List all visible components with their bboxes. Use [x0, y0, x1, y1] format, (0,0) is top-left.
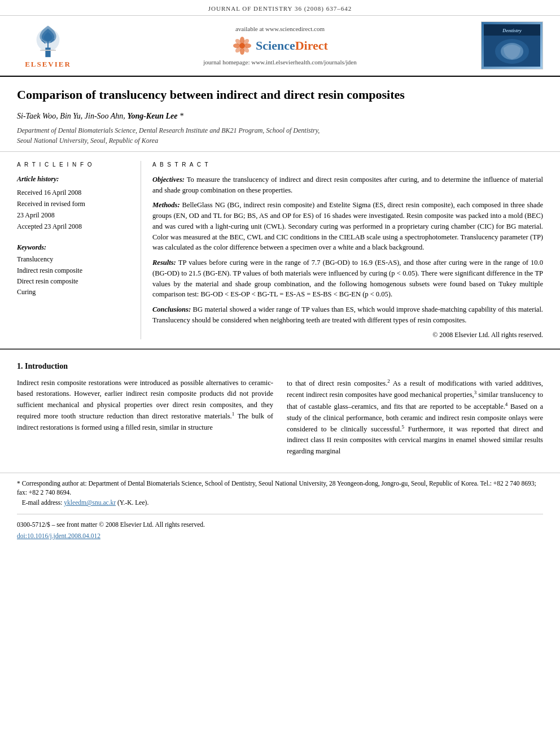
- results-text: TP values before curing were in the rang…: [152, 259, 543, 298]
- abstract-section: A B S T R A C T Objectives: To measure t…: [152, 161, 543, 340]
- article-history-label: Article history:: [17, 174, 132, 184]
- doi-note: doi:10.1016/j.jdent.2008.04.012: [17, 531, 543, 540]
- journal-header: JOURNAL OF DENTISTRY 36 (2008) 637–642: [0, 0, 560, 16]
- email-note: E-mail address: ykleedm@snu.ac.kr (Y.-K.…: [17, 498, 543, 508]
- keyword-1: Translucency: [17, 254, 132, 265]
- doi-text: doi:10.1016/j.jdent.2008.04.012: [17, 532, 100, 539]
- elsevier-label: ELSEVIER: [25, 59, 71, 69]
- sciencedirect-icon: [232, 36, 252, 56]
- keyword-4: Curing: [17, 287, 132, 298]
- abstract-conclusions: Conclusions: BG material showed a wider …: [152, 304, 543, 326]
- logo-row: ELSEVIER available at www.sciencedirect.…: [0, 16, 560, 76]
- received-revised-label: Received in revised form: [17, 199, 132, 209]
- authors: Si-Taek Woo, Bin Yu, Jin-Soo Ahn, Yong-K…: [17, 111, 543, 122]
- email-address: ykleedm@snu.ac.kr: [64, 499, 116, 506]
- article-info-abstract-section: A R T I C L E I N F O Article history: R…: [0, 152, 560, 350]
- sciencedirect-center: available at www.sciencedirect.com Scien…: [79, 25, 481, 67]
- keywords-label: Keywords:: [17, 243, 132, 252]
- abstract-results: Results: TP values before curing were in…: [152, 257, 543, 300]
- issn-note: 0300-5712/$ – see front matter © 2008 El…: [17, 520, 543, 530]
- section1-number: 1.: [17, 362, 23, 370]
- objectives-text: To measure the translucency of indirect …: [152, 176, 543, 194]
- body-right: to that of direct resin composites.2 As …: [287, 378, 543, 461]
- received-revised-date: 23 April 2008: [17, 210, 132, 220]
- journal-homepage: journal homepage: www.intl.elsevierhealt…: [203, 58, 356, 67]
- corresponding-author-note: * Corresponding author at: Department of…: [17, 479, 543, 497]
- accepted-date: Accepted 23 April 2008: [17, 221, 132, 231]
- footer-divider: [17, 514, 543, 514]
- body-right-para1: to that of direct resin composites.2 As …: [287, 378, 543, 457]
- affiliation-line1: Department of Dental Biomaterials Scienc…: [17, 126, 320, 134]
- svg-text:Dentistry: Dentistry: [502, 28, 522, 33]
- section1-title: Introduction: [25, 362, 68, 370]
- sd-brand-label: ScienceDirect: [256, 37, 328, 55]
- section1-heading: 1. Introduction: [17, 361, 543, 372]
- affiliation: Department of Dental Biomaterials Scienc…: [17, 125, 543, 146]
- abstract-heading: A B S T R A C T: [152, 161, 543, 169]
- footer-section: * Corresponding author at: Department of…: [0, 473, 560, 545]
- affiliation-line2: Seoul National University, Seoul, Republ…: [17, 137, 158, 145]
- star-note-text: * Corresponding author at: Department of…: [17, 480, 536, 496]
- conclusions-label: Conclusions:: [152, 305, 191, 313]
- conclusions-text: BG material showed a wider range of TP v…: [152, 305, 543, 324]
- body-content: 1. Introduction Indirect resin composite…: [0, 349, 560, 467]
- dentistry-cover-svg: Dentistry: [484, 24, 540, 67]
- methods-text: BelleGlass NG (BG, indirect resin compos…: [152, 201, 543, 251]
- page-wrapper: JOURNAL OF DENTISTRY 36 (2008) 637–642 E…: [0, 0, 560, 545]
- article-title-section: Comparison of translucency between indir…: [0, 77, 560, 152]
- body-left: Indirect resin composite restorations we…: [17, 378, 273, 461]
- dentistry-cover-image: Dentistry: [481, 21, 543, 69]
- keyword-3: Direct resin composite: [17, 276, 132, 287]
- journal-title: JOURNAL OF DENTISTRY 36 (2008) 637–642: [208, 5, 352, 12]
- body-left-para1: Indirect resin composite restorations we…: [17, 378, 273, 433]
- article-title: Comparison of translucency between indir…: [17, 87, 543, 103]
- elsevier-tree-icon: [25, 21, 71, 58]
- email-label: E-mail address:: [22, 499, 63, 506]
- objectives-label: Objectives:: [152, 176, 185, 184]
- svg-rect-5: [40, 50, 56, 51]
- article-info-heading: A R T I C L E I N F O: [17, 161, 132, 169]
- keyword-2: Indirect resin composite: [17, 265, 132, 276]
- body-right-para1-text: to that of direct resin composites.: [287, 379, 387, 387]
- available-text: available at www.sciencedirect.com: [235, 25, 325, 33]
- abstract-methods: Methods: BelleGlass NG (BG, indirect res…: [152, 200, 543, 253]
- email-suffix: (Y.-K. Lee).: [117, 499, 148, 506]
- methods-label: Methods:: [152, 201, 180, 209]
- sd-logo: ScienceDirect: [232, 36, 328, 56]
- keywords-section: Keywords: Translucency Indirect resin co…: [17, 243, 132, 298]
- left-column: A R T I C L E I N F O Article history: R…: [17, 161, 141, 340]
- results-label: Results:: [152, 259, 176, 267]
- elsevier-logo: ELSEVIER: [17, 21, 79, 69]
- body-two-col: Indirect resin composite restorations we…: [17, 378, 543, 461]
- abstract-objectives: Objectives: To measure the translucency …: [152, 174, 543, 196]
- received-date1: Received 16 April 2008: [17, 187, 132, 198]
- copyright: © 2008 Elsevier Ltd. All rights reserved…: [152, 330, 543, 340]
